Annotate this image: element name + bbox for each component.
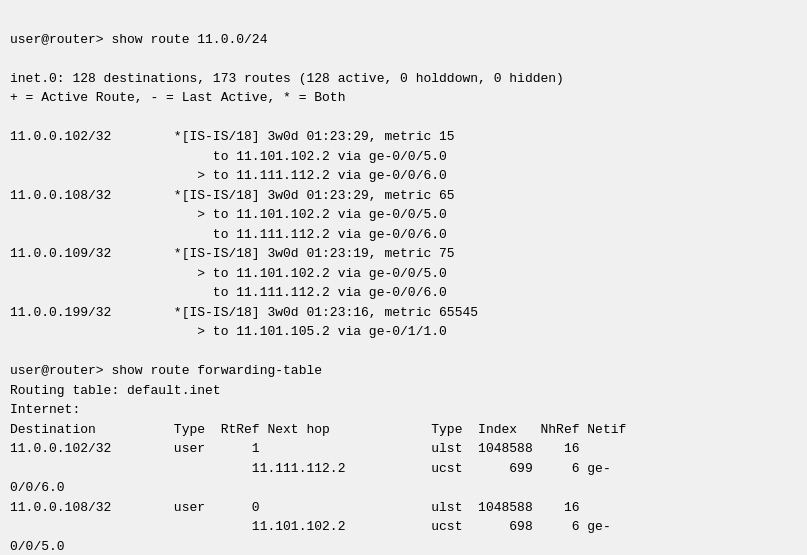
terminal-line: user@router> show route 11.0.0/24 [10, 30, 797, 50]
terminal-line: 11.0.0.108/32 *[IS-IS/18] 3w0d 01:23:29,… [10, 186, 797, 206]
terminal-line: 0/0/6.0 [10, 478, 797, 498]
terminal-line: 11.101.102.2 ucst 698 6 ge- [10, 517, 797, 537]
terminal-line: 11.0.0.102/32 user 1 ulst 1048588 16 [10, 439, 797, 459]
terminal-line: Destination Type RtRef Next hop Type Ind… [10, 420, 797, 440]
terminal-line: > to 11.101.102.2 via ge-0/0/5.0 [10, 264, 797, 284]
terminal-line: inet.0: 128 destinations, 173 routes (12… [10, 69, 797, 89]
terminal-line: > to 11.101.102.2 via ge-0/0/5.0 [10, 205, 797, 225]
terminal-line [10, 108, 797, 128]
terminal-line: > to 11.101.105.2 via ge-0/1/1.0 [10, 322, 797, 342]
terminal-line: 11.111.112.2 ucst 699 6 ge- [10, 459, 797, 479]
terminal-line: 11.0.0.199/32 *[IS-IS/18] 3w0d 01:23:16,… [10, 303, 797, 323]
terminal-line: to 11.101.102.2 via ge-0/0/5.0 [10, 147, 797, 167]
terminal-line: user@router> show route forwarding-table [10, 361, 797, 381]
terminal-line: > to 11.111.112.2 via ge-0/0/6.0 [10, 166, 797, 186]
terminal-line [10, 49, 797, 69]
terminal-line: 11.0.0.109/32 *[IS-IS/18] 3w0d 01:23:19,… [10, 244, 797, 264]
terminal-line: 11.0.0.108/32 user 0 ulst 1048588 16 [10, 498, 797, 518]
terminal-line: Internet: [10, 400, 797, 420]
terminal-line: 0/0/5.0 [10, 537, 797, 556]
terminal-line [10, 342, 797, 362]
terminal-line: Routing table: default.inet [10, 381, 797, 401]
terminal-line: 11.0.0.102/32 *[IS-IS/18] 3w0d 01:23:29,… [10, 127, 797, 147]
terminal-line: to 11.111.112.2 via ge-0/0/6.0 [10, 225, 797, 245]
terminal-line: to 11.111.112.2 via ge-0/0/6.0 [10, 283, 797, 303]
terminal-line: + = Active Route, - = Last Active, * = B… [10, 88, 797, 108]
terminal-output: user@router> show route 11.0.0/24 inet.0… [10, 10, 797, 555]
